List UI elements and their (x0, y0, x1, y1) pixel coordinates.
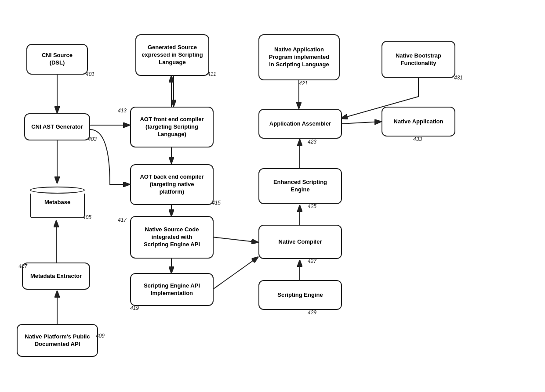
native-compiler-label: Native Compiler (279, 238, 322, 246)
native-app-program-label: Native Application Program implemented i… (269, 46, 329, 68)
aot-back-label: AOT back end compiler (targeting native … (140, 173, 203, 196)
enhanced-scripting-label: Enhanced Scripting Engine (273, 179, 327, 194)
cni-ast-box: CNI AST Generator (24, 113, 90, 140)
aot-back-box: AOT back end compiler (targeting native … (130, 164, 214, 205)
aot-front-label: AOT front end compiler (targeting Script… (140, 116, 203, 138)
label-403: 403 (88, 136, 97, 142)
scripting-api-impl-box: Scripting Engine API Implementation (130, 273, 214, 306)
scripting-api-impl-label: Scripting Engine API Implementation (144, 282, 200, 297)
label-417: 417 (118, 217, 127, 223)
scripting-engine-label: Scripting Engine (277, 291, 323, 299)
label-409: 409 (96, 333, 105, 339)
metadata-extractor-box: Metadata Extractor (22, 263, 90, 290)
cni-source-label: CNI Source (DSL) (42, 52, 73, 67)
svg-line-10 (212, 257, 258, 290)
label-433: 433 (413, 136, 422, 142)
native-platform-api-box: Native Platform's Public Documented API (17, 324, 98, 357)
label-411: 411 (207, 71, 216, 77)
aot-front-box: AOT front end compiler (targeting Script… (130, 107, 214, 147)
native-source-label: Native Source Code integrated with Scrip… (144, 226, 200, 248)
label-413: 413 (118, 108, 127, 114)
label-415: 415 (212, 200, 221, 206)
label-427: 427 (308, 258, 316, 264)
metadata-extractor-label: Metadata Extractor (30, 273, 82, 280)
svg-line-13 (341, 122, 382, 124)
label-421: 421 (299, 80, 308, 86)
native-bootstrap-box: Native Bootstrap Functionality (382, 41, 455, 78)
native-bootstrap-label: Native Bootstrap Functionality (396, 52, 441, 67)
native-platform-api-label: Native Platform's Public Documented API (25, 333, 90, 348)
app-assembler-box: Application Assembler (258, 109, 342, 139)
label-431: 431 (454, 75, 463, 81)
cni-source-box: CNI Source (DSL) (26, 44, 88, 75)
cni-ast-label: CNI AST Generator (31, 123, 83, 131)
native-app-program-box: Native Application Program implemented i… (258, 34, 340, 80)
metabase-box: Metabase (30, 183, 85, 221)
native-application-box: Native Application (382, 107, 455, 137)
native-source-box: Native Source Code integrated with Scrip… (130, 216, 214, 259)
label-429: 429 (308, 309, 316, 316)
scripting-engine-box: Scripting Engine (258, 280, 342, 310)
label-407: 407 (18, 263, 27, 270)
label-419: 419 (130, 305, 139, 311)
label-405: 405 (83, 214, 91, 220)
generated-source-label: Generated Source expressed in Scripting … (142, 44, 203, 66)
native-compiler-box: Native Compiler (258, 225, 342, 259)
diagram: CNI Source (DSL) 401 CNI AST Generator 4… (0, 0, 545, 392)
app-assembler-label: Application Assembler (269, 120, 331, 128)
label-423: 423 (308, 139, 316, 145)
enhanced-scripting-box: Enhanced Scripting Engine (258, 168, 342, 204)
svg-line-9 (212, 237, 258, 242)
generated-source-box: Generated Source expressed in Scripting … (135, 34, 209, 76)
label-425: 425 (308, 203, 316, 209)
label-401: 401 (86, 71, 94, 77)
native-application-label: Native Application (394, 118, 443, 126)
